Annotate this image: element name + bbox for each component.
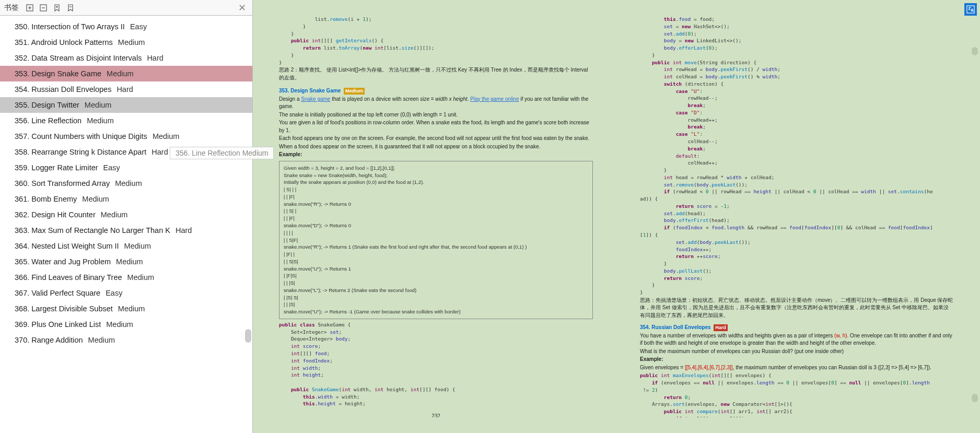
bookmarks-sidebar: 书签 ✕ 350. Intersection of Two Arrays IIE… — [0, 0, 253, 433]
bookmark-label: 353. Design Snake Game — [15, 69, 101, 78]
doc-text: The snake is initially positioned at the… — [279, 111, 593, 119]
bookmark-label: 363. Max Sum of Rectangle No Larger Than… — [15, 226, 170, 235]
bookmark-difficulty: Medium — [124, 242, 151, 250]
bookmark-item[interactable]: 369. Plus One Linked ListMedium — [0, 317, 252, 332]
bookmark-label: 354. Russian Doll Envelopes — [15, 85, 111, 93]
doc-text: You are given a list of food's positions… — [279, 119, 593, 134]
translate-icon[interactable] — [964, 3, 977, 16]
bookmark-difficulty: Easy — [130, 22, 147, 31]
sidebar-title: 书签 — [4, 3, 19, 13]
bookmark-item[interactable]: 362. Design Hit CounterMedium — [0, 207, 252, 223]
example-label: Example: — [279, 151, 593, 159]
bookmark-item[interactable]: 357. Count Numbers with Unique DigitsMed… — [0, 128, 252, 144]
code-block: list.remove(i + 1); } } public int[][] g… — [279, 16, 593, 66]
bookmark-difficulty: Medium — [127, 273, 155, 282]
bookmark-difficulty: Medium — [87, 116, 114, 125]
bookmark-difficulty: Easy — [103, 163, 120, 172]
problem-heading-353: 353. Design Snake Game Medium — [279, 87, 593, 95]
bookmark-add-icon[interactable] — [52, 3, 62, 13]
bookmark-label: 361. Bomb Enemy — [15, 195, 77, 203]
bookmark-difficulty: Hard — [116, 85, 133, 93]
bookmark-label: 360. Sort Transformed Array — [15, 179, 110, 188]
collapse-icon[interactable] — [39, 3, 48, 13]
doc-note: 思路：先搞清楚场景：初始状态、死亡状态、移动状态。然后设计主要动作（move）。… — [640, 297, 954, 320]
bookmark-label: 355. Design Twitter — [15, 101, 79, 109]
bookmark-label: 369. Plus One Linked List — [15, 320, 101, 329]
bookmark-item[interactable]: 350. Intersection of Two Arrays IIEasy — [0, 19, 252, 34]
code-block: this.food = food; set = new HashSet<>();… — [640, 16, 954, 296]
bookmark-difficulty: Hard — [176, 226, 192, 235]
svg-rect-8 — [967, 6, 974, 13]
bookmark-label: 362. Design Hit Counter — [15, 210, 96, 219]
bookmark-item[interactable]: 358. Rearrange String k Distance ApartHa… — [0, 144, 252, 160]
problem-heading-354: 354. Russian Doll Envelopes Hard — [640, 324, 954, 332]
doc-text: When a food does appear on the screen, i… — [279, 143, 593, 151]
bookmark-item[interactable]: 353. Design Snake GameMedium — [0, 66, 252, 81]
bookmark-item[interactable]: 356. Line ReflectionMedium — [0, 113, 252, 128]
bookmark-item[interactable]: 360. Sort Transformed ArrayMedium — [0, 175, 252, 191]
example-box: Given width = 3, height = 2, and food = … — [279, 161, 593, 319]
code-block: public class SnakeGame { Set<Integer> se… — [279, 321, 593, 407]
bookmark-label: 368. Largest Divisible Subset — [15, 305, 113, 313]
bookmark-difficulty: Hard — [147, 54, 163, 62]
bookmark-label: 358. Rearrange String k Distance Apart — [15, 148, 146, 156]
bookmark-item[interactable]: 370. Range AdditionMedium — [0, 332, 252, 348]
bookmark-label: 356. Line Reflection — [15, 116, 81, 125]
page-left: list.remove(i + 1); } } public int[][] g… — [279, 16, 593, 417]
sidebar-toolbar — [25, 3, 75, 13]
bookmark-item[interactable]: 355. Design TwitterMedium — [0, 97, 252, 113]
bookmark-item[interactable]: 364. Nested List Weight Sum IIMedium — [0, 238, 252, 254]
bookmark-remove-icon[interactable] — [66, 3, 75, 13]
page-right: this.food = food; set = new HashSet<>();… — [640, 16, 954, 417]
link-snake-game[interactable]: Snake game — [301, 96, 330, 102]
bookmark-item[interactable]: 363. Max Sum of Rectangle No Larger Than… — [0, 223, 252, 238]
bookmark-label: 367. Valid Perfect Square — [15, 289, 100, 297]
doc-note: 思路 2：顺序查找。 使用 List<int[]>作为存储。 方法与红黑树一致，… — [279, 66, 593, 81]
bookmark-difficulty: Easy — [106, 289, 122, 297]
bookmark-item[interactable]: 352. Data Stream as Disjoint IntervalsHa… — [0, 50, 252, 66]
bookmark-item[interactable]: 367. Valid Perfect SquareEasy — [0, 285, 252, 301]
bookmark-label: 366. Find Leaves of Binary Tree — [15, 273, 122, 282]
content-scrollbar[interactable] — [972, 37, 978, 402]
bookmark-item[interactable]: 365. Water and Jug ProblemMedium — [0, 254, 252, 270]
bookmark-list: 350. Intersection of Two Arrays IIEasy35… — [0, 16, 252, 433]
example-label: Example: — [640, 356, 954, 364]
bookmark-difficulty: Medium — [116, 258, 143, 266]
difficulty-tag: Medium — [344, 88, 365, 95]
bookmark-difficulty: Medium — [115, 179, 142, 188]
bookmark-difficulty: Medium — [118, 38, 145, 46]
code-block: public int maxEnvelopes(int[][] envelope… — [640, 372, 954, 417]
bookmark-item[interactable]: 368. Largest Divisible SubsetMedium — [0, 301, 252, 317]
bookmark-difficulty: Medium — [82, 195, 109, 203]
expand-icon[interactable] — [25, 3, 34, 13]
sidebar-header: 书签 ✕ — [0, 0, 252, 16]
content-scroll-thumb-top[interactable] — [972, 47, 978, 55]
content-scroll-thumb-bottom[interactable] — [972, 394, 978, 402]
bookmark-label: 357. Count Numbers with Unique Digits — [15, 132, 147, 141]
doc-text: You have a number of envelopes with widt… — [640, 332, 954, 347]
doc-text: Design a Snake game that is played on a … — [279, 96, 593, 111]
bookmark-item[interactable]: 359. Logger Rate LimiterEasy — [0, 160, 252, 175]
bookmark-label: 370. Range Addition — [15, 336, 83, 344]
document-viewer: list.remove(i + 1); } } public int[][] g… — [253, 0, 980, 433]
bookmark-label: 359. Logger Rate Limiter — [15, 163, 98, 172]
bookmark-difficulty: Medium — [88, 336, 115, 344]
bookmark-difficulty: Medium — [153, 132, 180, 141]
bookmark-item[interactable]: 351. Android Unlock PatternsMedium — [0, 34, 252, 50]
difficulty-tag: Hard — [714, 324, 728, 331]
bookmark-label: 364. Nested List Weight Sum II — [15, 242, 119, 250]
scrollbar-thumb[interactable] — [245, 329, 251, 343]
bookmark-label: 350. Intersection of Two Arrays II — [15, 22, 125, 31]
bookmark-label: 351. Android Unlock Patterns — [15, 38, 113, 46]
page-number: 232 — [279, 413, 593, 417]
close-icon[interactable]: ✕ — [236, 3, 248, 13]
doc-text: Given envelopes = [[5,4],[6,4],[6,7],[2,… — [640, 364, 954, 372]
doc-text: Each food appears one by one on the scre… — [279, 135, 593, 143]
bookmark-item[interactable]: 354. Russian Doll EnvelopesHard — [0, 81, 252, 97]
link-play-online[interactable]: Play the game online — [470, 96, 519, 102]
bookmark-item[interactable]: 361. Bomb EnemyMedium — [0, 191, 252, 207]
bookmark-item[interactable]: 366. Find Leaves of Binary TreeMedium — [0, 270, 252, 285]
bookmark-difficulty: Medium — [118, 305, 145, 313]
bookmark-label: 365. Water and Jug Problem — [15, 258, 111, 266]
bookmark-difficulty: Medium — [85, 101, 112, 109]
